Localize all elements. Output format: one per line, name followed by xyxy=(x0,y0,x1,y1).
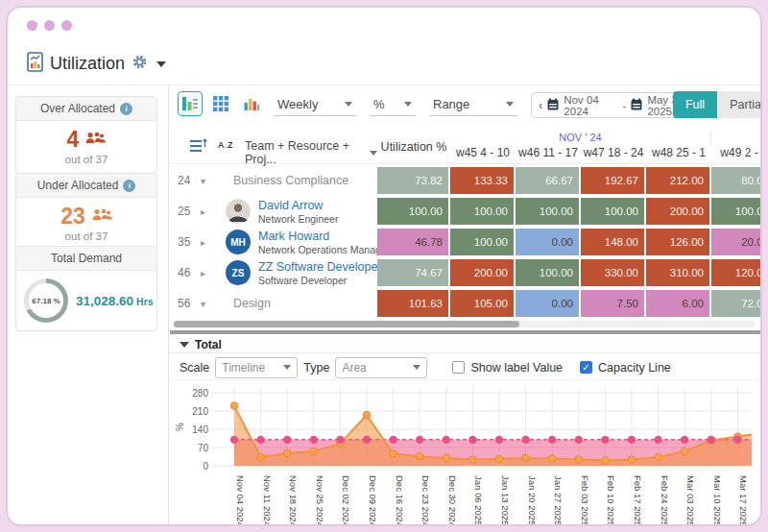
reorder-columns-icon[interactable] xyxy=(189,138,208,157)
capacity-line-checkbox[interactable]: ✓ xyxy=(580,361,592,374)
expand-toggle-icon[interactable]: ▸ xyxy=(201,237,226,248)
card-title: Over Allocated xyxy=(40,102,115,115)
panel-resize-divider[interactable] xyxy=(170,330,760,334)
over-allocated-card: Over Allocatedi 4 out of 37 xyxy=(15,96,157,174)
show-label-checkbox[interactable] xyxy=(452,361,465,374)
svg-text:Nov 04 2024: Nov 04 2024 xyxy=(235,475,246,524)
grouping-dropdown[interactable]: Team + Resource + Proj... xyxy=(245,139,377,166)
utilization-total-cell[interactable]: 73.82 xyxy=(377,167,448,194)
expand-toggle-icon[interactable]: ▸ xyxy=(201,268,226,278)
utilization-total-cell[interactable]: 101.63 xyxy=(377,290,448,317)
unit-dropdown[interactable]: % xyxy=(370,93,416,116)
total-section-title: Total xyxy=(195,338,222,351)
week-column-header[interactable]: w48 25 - 1 xyxy=(646,146,711,159)
info-icon[interactable]: i xyxy=(120,103,132,115)
range-dropdown[interactable]: Range xyxy=(429,93,517,116)
week-value-cell[interactable]: 0.00 xyxy=(516,290,579,317)
resource-role: Network Engineer xyxy=(258,213,338,225)
week-value-cell[interactable]: 192.67 xyxy=(581,167,644,194)
week-value-cell[interactable]: 66.67 xyxy=(516,167,579,194)
collapse-icon[interactable] xyxy=(180,342,189,348)
utilization-view-button[interactable] xyxy=(178,91,203,116)
week-value-cell[interactable]: 133.33 xyxy=(450,167,514,194)
expand-toggle-icon[interactable]: ▸ xyxy=(201,206,226,217)
window-dot[interactable] xyxy=(27,20,37,31)
period-dropdown[interactable]: Weekly xyxy=(274,93,356,116)
resource-name-link[interactable]: Mark Howard xyxy=(258,230,377,243)
prev-range-button[interactable]: ‹ xyxy=(539,98,542,112)
total-demand-card: Total Demand 67.18 % 31,028.60Hrs xyxy=(15,246,157,331)
group-name[interactable]: Business Compliance xyxy=(233,174,348,187)
svg-text:Nov 11 2024: Nov 11 2024 xyxy=(262,475,273,524)
chevron-down-icon[interactable] xyxy=(156,61,166,67)
grid-view-button[interactable] xyxy=(208,91,233,116)
week-column-header[interactable]: w45 4 - 10 xyxy=(450,146,516,159)
resource-name-link[interactable]: David Arrow xyxy=(258,199,338,212)
week-value-cell[interactable]: 72.00 xyxy=(711,290,760,317)
page-header: Utilization xyxy=(27,52,166,76)
utilization-total-cell[interactable]: 74.67 xyxy=(377,259,448,286)
week-value-cell[interactable]: 100.00 xyxy=(450,229,514,255)
group-name[interactable]: Design xyxy=(233,297,271,310)
svg-text:140: 140 xyxy=(192,424,208,435)
week-value-cell[interactable]: 80.00 xyxy=(711,167,760,194)
week-value-cell[interactable]: 120.00 xyxy=(711,259,760,286)
month-group-header: NOV ' 24 xyxy=(450,132,711,145)
resource-row: 24▾Business Compliance73.82133.3366.6719… xyxy=(170,165,760,196)
week-headers-row: w45 4 - 10w46 11 - 17w47 18 - 24w48 25 -… xyxy=(450,146,760,159)
utilization-column-header[interactable]: Utilization % xyxy=(377,140,450,154)
svg-text:Dec 02 2024: Dec 02 2024 xyxy=(341,475,351,524)
info-icon[interactable]: i xyxy=(123,180,135,192)
week-value-cell[interactable]: 100.00 xyxy=(711,198,760,225)
resource-name-link[interactable]: ZZ Software Developer xyxy=(258,260,377,274)
week-column-header[interactable]: w47 18 - 24 xyxy=(581,146,646,159)
utilization-total-cell[interactable]: 46.78 xyxy=(377,229,448,255)
resource-role: Software Developer xyxy=(258,275,377,286)
week-column-header[interactable]: w46 11 - 17 xyxy=(516,146,581,159)
week-value-cell[interactable]: 310.00 xyxy=(646,259,709,286)
people-group-icon xyxy=(91,207,112,227)
type-select[interactable]: Area xyxy=(335,357,427,378)
week-value-cell[interactable]: 7.50 xyxy=(581,290,644,317)
expand-toggle-icon[interactable]: ▾ xyxy=(201,176,226,186)
week-value-cell[interactable]: 20.00 xyxy=(711,229,760,255)
sort-alpha-icon[interactable]: A↓Z xyxy=(218,140,233,150)
svg-text:Feb 17 2025: Feb 17 2025 xyxy=(633,475,643,524)
week-column-header[interactable]: w49 2 - 8 xyxy=(711,146,760,159)
horizontal-scrollbar[interactable] xyxy=(174,321,755,327)
week-value-cell[interactable]: 212.00 xyxy=(646,167,709,194)
partial-toggle-button[interactable]: Partial xyxy=(717,91,760,118)
scrollbar-thumb[interactable] xyxy=(174,321,519,327)
week-value-cell[interactable]: 6.00 xyxy=(646,290,709,317)
week-value-cell[interactable]: 200.00 xyxy=(450,259,514,286)
utilization-total-cell[interactable]: 100.00 xyxy=(377,198,448,225)
week-value-cell[interactable]: 126.00 xyxy=(646,229,709,255)
screen: Utilization Over Allocatedi 4 out of 37 … xyxy=(0,0,768,532)
week-value-cell[interactable]: 105.00 xyxy=(450,290,514,317)
week-value-cell[interactable]: 330.00 xyxy=(581,259,644,286)
chevron-down-icon xyxy=(413,365,420,370)
total-section-header[interactable]: Total xyxy=(170,336,760,353)
expand-toggle-icon[interactable]: ▾ xyxy=(201,299,226,309)
scale-select[interactable]: Timeline xyxy=(215,357,298,378)
row-number: 46 xyxy=(178,266,201,279)
week-value-cell[interactable]: 100.00 xyxy=(450,198,514,225)
week-value-cell[interactable]: 100.00 xyxy=(516,259,579,286)
chart-view-button[interactable] xyxy=(239,91,264,116)
summary-sidebar: Over Allocatedi 4 out of 37 Under Alloca… xyxy=(8,85,169,524)
resource-role: Network Operations Manager xyxy=(258,244,377,255)
gear-icon[interactable] xyxy=(132,54,148,74)
window-dot[interactable] xyxy=(44,20,55,31)
week-value-cell[interactable]: 100.00 xyxy=(516,198,579,225)
week-value-cell[interactable]: 148.00 xyxy=(581,229,644,255)
window-dot[interactable] xyxy=(61,20,72,31)
resource-name-zone: ZSZZ Software DeveloperSoftware Develope… xyxy=(226,260,377,286)
date-from[interactable]: Nov 04 2024 xyxy=(564,94,617,117)
week-value-cell[interactable]: 200.00 xyxy=(646,198,709,225)
table-header: A↓Z Team + Resource + Proj... Utilizatio… xyxy=(170,130,760,164)
week-value-cell[interactable]: 100.00 xyxy=(581,198,644,225)
full-toggle-button[interactable]: Full xyxy=(673,91,717,118)
week-value-cell[interactable]: 0.00 xyxy=(516,229,579,255)
under-allocated-card: Under Allocatedi 23 out of 37 xyxy=(15,173,157,251)
card-title: Under Allocated xyxy=(37,179,119,192)
